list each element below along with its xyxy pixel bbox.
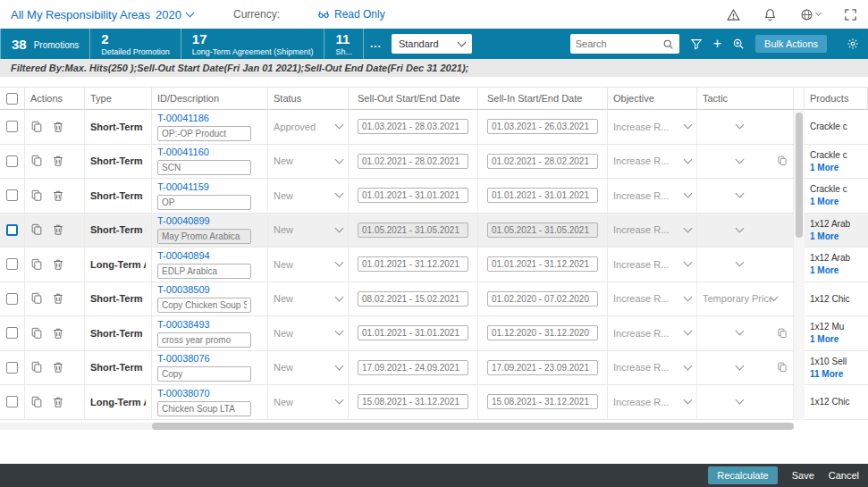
bulk-actions-button[interactable]: Bulk Actions bbox=[755, 35, 827, 53]
tab-long-term-agreement[interactable]: 17 Long-Term Agreement (Shipment) bbox=[181, 29, 325, 59]
chevron-down-icon[interactable] bbox=[736, 396, 745, 405]
add-promotion-icon[interactable]: + bbox=[713, 37, 721, 51]
row-checkbox[interactable] bbox=[6, 293, 18, 305]
chevron-down-icon[interactable] bbox=[335, 327, 344, 336]
search-input[interactable] bbox=[576, 38, 658, 49]
promotion-id-link[interactable]: T-00040894 bbox=[157, 250, 210, 261]
row-checkbox[interactable] bbox=[6, 121, 18, 132]
search-icon[interactable] bbox=[662, 38, 674, 50]
delete-promotion-icon[interactable] bbox=[52, 396, 64, 408]
sellin-date-input[interactable] bbox=[487, 154, 598, 169]
sellin-date-input[interactable] bbox=[487, 394, 598, 409]
promotion-id-link[interactable]: T-00041186 bbox=[157, 113, 209, 123]
sellin-date-input[interactable] bbox=[487, 119, 598, 134]
filter-icon[interactable] bbox=[690, 38, 703, 50]
chevron-down-icon[interactable] bbox=[736, 361, 745, 370]
vertical-scrollbar[interactable] bbox=[794, 111, 805, 420]
tab-promotions[interactable]: 38 Promotions bbox=[0, 29, 90, 59]
copy-promotion-icon[interactable] bbox=[30, 396, 43, 408]
row-checkbox[interactable] bbox=[6, 258, 18, 270]
delete-promotion-icon[interactable] bbox=[52, 155, 64, 167]
promotion-id-link[interactable]: T-00040899 bbox=[157, 215, 210, 226]
row-checkbox[interactable] bbox=[6, 396, 18, 407]
horizontal-scrollbar-thumb[interactable] bbox=[152, 423, 794, 430]
products-more-link[interactable]: 1 More bbox=[810, 334, 839, 344]
sellout-date-input[interactable] bbox=[358, 291, 468, 306]
sellin-date-input[interactable] bbox=[487, 256, 598, 272]
chevron-down-icon[interactable] bbox=[335, 258, 344, 267]
sellout-date-input[interactable] bbox=[358, 119, 468, 134]
chevron-down-icon[interactable] bbox=[335, 361, 344, 370]
chevron-down-icon[interactable] bbox=[335, 292, 344, 301]
row-checkbox[interactable] bbox=[6, 362, 18, 374]
notifications-bell-icon[interactable] bbox=[763, 8, 777, 21]
chevron-down-icon[interactable] bbox=[736, 121, 745, 130]
description-input[interactable] bbox=[157, 298, 251, 313]
chevron-down-icon[interactable] bbox=[684, 361, 693, 370]
products-more-link[interactable]: 1 More bbox=[810, 163, 839, 172]
delete-promotion-icon[interactable] bbox=[52, 223, 64, 236]
delete-promotion-icon[interactable] bbox=[52, 189, 64, 202]
description-input[interactable] bbox=[157, 401, 251, 416]
chevron-down-icon[interactable] bbox=[684, 292, 693, 301]
vertical-scrollbar-thumb[interactable] bbox=[796, 113, 803, 238]
table-settings-gear-icon[interactable] bbox=[847, 38, 859, 50]
promotion-id-link[interactable]: T-00041159 bbox=[157, 181, 209, 192]
tactic-copy-icon[interactable] bbox=[777, 328, 788, 339]
description-input[interactable] bbox=[157, 160, 251, 175]
horizontal-scrollbar[interactable] bbox=[0, 423, 794, 430]
globe-settings-icon[interactable] bbox=[800, 8, 821, 21]
responsibility-area-selector[interactable]: All My Responsibility Areas 2020 bbox=[11, 8, 193, 21]
chevron-down-icon[interactable] bbox=[736, 189, 745, 198]
promotion-id-link[interactable]: T-00038493 bbox=[157, 319, 210, 330]
tab-shipment[interactable]: 11 Sh... bbox=[324, 29, 364, 59]
sellout-date-input[interactable] bbox=[358, 394, 468, 409]
copy-promotion-icon[interactable] bbox=[30, 223, 43, 236]
chevron-down-icon[interactable] bbox=[335, 121, 344, 130]
sellout-date-input[interactable] bbox=[358, 256, 468, 272]
view-select-dropdown[interactable]: Standard bbox=[392, 34, 472, 54]
sellin-date-input[interactable] bbox=[487, 291, 598, 306]
copy-promotion-icon[interactable] bbox=[30, 292, 43, 305]
sellin-date-input[interactable] bbox=[487, 188, 598, 203]
promotion-id-link[interactable]: T-00041160 bbox=[157, 147, 209, 157]
chevron-down-icon[interactable] bbox=[736, 327, 745, 336]
chevron-down-icon[interactable] bbox=[684, 258, 693, 267]
description-input[interactable] bbox=[157, 195, 251, 210]
description-input[interactable] bbox=[157, 229, 251, 244]
alerts-icon[interactable] bbox=[727, 8, 740, 21]
sellin-date-input[interactable] bbox=[487, 360, 598, 375]
row-checkbox[interactable] bbox=[6, 155, 18, 167]
copy-promotion-icon[interactable] bbox=[30, 189, 43, 202]
cancel-button[interactable]: Cancel bbox=[829, 470, 859, 481]
tactic-copy-icon[interactable] bbox=[777, 362, 788, 373]
copy-promotion-icon[interactable] bbox=[30, 361, 43, 374]
products-more-link[interactable]: 11 More bbox=[810, 369, 843, 379]
zoom-in-icon[interactable] bbox=[732, 38, 745, 50]
copy-promotion-icon[interactable] bbox=[30, 155, 43, 167]
promotion-id-link[interactable]: T-00038076 bbox=[157, 353, 210, 364]
read-only-indicator[interactable]: Read Only bbox=[317, 8, 385, 21]
delete-promotion-icon[interactable] bbox=[52, 292, 64, 305]
delete-promotion-icon[interactable] bbox=[52, 327, 64, 340]
chevron-down-icon[interactable] bbox=[335, 396, 344, 405]
sellout-date-input[interactable] bbox=[358, 360, 468, 375]
chevron-down-icon[interactable] bbox=[684, 189, 693, 198]
description-input[interactable] bbox=[157, 126, 251, 141]
chevron-down-icon[interactable] bbox=[335, 223, 344, 232]
recalculate-button[interactable]: Recalculate bbox=[708, 466, 777, 484]
sellout-date-input[interactable] bbox=[358, 188, 468, 203]
select-all-checkbox[interactable] bbox=[6, 93, 18, 105]
sellout-date-input[interactable] bbox=[358, 223, 468, 238]
products-more-link[interactable]: 1 More bbox=[810, 265, 839, 275]
sellout-date-input[interactable] bbox=[358, 325, 468, 340]
sellout-date-input[interactable] bbox=[358, 154, 468, 169]
description-input[interactable] bbox=[157, 366, 251, 382]
row-checkbox[interactable] bbox=[6, 189, 18, 201]
tabs-overflow-button[interactable]: ... bbox=[364, 29, 388, 59]
chevron-down-icon[interactable] bbox=[684, 223, 693, 232]
delete-promotion-icon[interactable] bbox=[52, 258, 64, 271]
chevron-down-icon[interactable] bbox=[736, 155, 745, 164]
row-checkbox[interactable] bbox=[6, 224, 18, 236]
chevron-down-icon[interactable] bbox=[335, 189, 344, 198]
